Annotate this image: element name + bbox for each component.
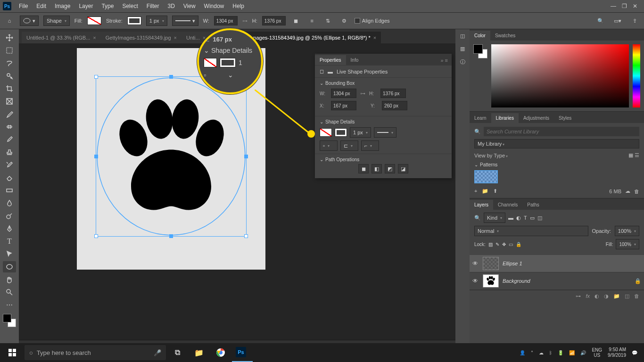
shape-fill-swatch[interactable] xyxy=(320,128,332,137)
patterns-section[interactable]: Patterns xyxy=(480,162,497,167)
group-icon[interactable]: 📁 xyxy=(613,293,620,299)
cloud-icon[interactable]: ☁ xyxy=(625,188,630,194)
language-indicator[interactable]: ENGUS xyxy=(592,347,602,358)
blur-tool[interactable] xyxy=(3,197,16,209)
bluetooth-icon[interactable]: ᛒ xyxy=(549,350,552,355)
document-tab[interactable]: Untitled-1 @ 33.3% (RGB...× xyxy=(22,32,101,43)
tab-adjustments[interactable]: Adjustments xyxy=(519,113,554,123)
menu-filter[interactable]: Filter xyxy=(143,1,163,11)
quick-select-tool[interactable] xyxy=(3,70,16,82)
crop-tool[interactable] xyxy=(3,83,16,94)
frame-tool[interactable] xyxy=(3,96,16,107)
stroke-width-input[interactable]: 1 px xyxy=(146,16,167,26)
menu-edit[interactable]: Edit xyxy=(33,1,50,11)
filter-type-icon[interactable]: T xyxy=(524,215,527,221)
path-combine-icon[interactable]: ◼ xyxy=(358,164,369,173)
path-operations-icon[interactable]: ◼ xyxy=(290,15,302,26)
hand-tool[interactable] xyxy=(3,274,16,285)
marquee-tool[interactable] xyxy=(3,45,16,56)
menu-type[interactable]: Type xyxy=(98,1,117,11)
menu-3d[interactable]: 3D xyxy=(164,1,178,11)
menu-select[interactable]: Select xyxy=(118,1,141,11)
tab-styles[interactable]: Styles xyxy=(554,113,576,123)
tray-up-icon[interactable]: ˄ xyxy=(531,350,533,355)
filter-smart-icon[interactable]: ◫ xyxy=(537,215,542,221)
share-icon[interactable]: ⇪ xyxy=(629,15,640,26)
path-arrangement-icon[interactable]: ⇅ xyxy=(322,15,334,26)
blend-mode-select[interactable]: Normal xyxy=(474,226,588,236)
lock-pos-icon[interactable]: ✥ xyxy=(502,242,506,247)
tab-swatches[interactable]: Swatches xyxy=(490,31,520,41)
ellipse-tool[interactable] xyxy=(3,261,16,272)
stroke-swatch[interactable] xyxy=(127,16,141,25)
panel-icon[interactable]: ⓘ xyxy=(460,58,465,66)
close-icon[interactable]: × xyxy=(174,35,177,41)
stamp-tool[interactable] xyxy=(3,147,16,158)
folder-icon[interactable]: 📁 xyxy=(482,188,488,194)
menu-window[interactable]: Window xyxy=(200,1,228,11)
onedrive-icon[interactable]: ☁ xyxy=(539,350,544,355)
taskbar-search[interactable]: ○Type here to search🎤 xyxy=(25,345,166,360)
close-icon[interactable]: × xyxy=(93,35,96,41)
height-input[interactable] xyxy=(262,16,286,25)
type-tool[interactable]: T xyxy=(3,236,16,247)
healing-tool[interactable] xyxy=(3,121,16,132)
notifications-icon[interactable]: 💬 xyxy=(632,350,637,355)
dodge-tool[interactable] xyxy=(3,210,16,222)
panel-icon[interactable]: ▥ xyxy=(460,46,465,52)
chrome-icon[interactable] xyxy=(210,343,231,362)
color-field[interactable] xyxy=(491,44,629,107)
bb-height-input[interactable] xyxy=(380,89,406,98)
tab-libraries[interactable]: Libraries xyxy=(491,113,519,123)
pattern-swatch[interactable] xyxy=(474,170,498,183)
layer-row[interactable]: 👁 Background 🔒 xyxy=(470,272,644,290)
grid-view-icon[interactable]: ▦ xyxy=(628,152,633,158)
stroke-style-select[interactable]: ▾ xyxy=(172,16,198,26)
gradient-tool[interactable] xyxy=(3,185,16,196)
tab-paths[interactable]: Paths xyxy=(522,200,544,210)
trash-icon[interactable]: 🗑 xyxy=(634,293,639,299)
visibility-icon[interactable]: 👁 xyxy=(472,260,479,267)
lock-paint-icon[interactable]: ✎ xyxy=(495,242,499,247)
layer-row[interactable]: 👁 Ellipse 1 xyxy=(470,255,644,272)
filter-pixel-icon[interactable]: ▬ xyxy=(508,215,513,221)
menu-file[interactable]: File xyxy=(15,1,32,11)
lock-all-icon[interactable]: 🔒 xyxy=(516,242,521,247)
upload-icon[interactable]: ⬆ xyxy=(493,188,497,194)
shape-bounding-box[interactable] xyxy=(96,76,247,237)
task-view-icon[interactable]: ⧉ xyxy=(167,343,188,362)
new-layer-icon[interactable]: ◫ xyxy=(625,293,629,299)
link-wh-icon[interactable]: ⊶ xyxy=(242,18,248,24)
window-minimize-icon[interactable]: — xyxy=(611,3,616,9)
hue-slider[interactable] xyxy=(633,44,640,107)
width-input[interactable] xyxy=(214,16,238,25)
library-search-input[interactable] xyxy=(484,127,639,136)
search-icon[interactable]: 🔍 xyxy=(595,15,606,26)
foreground-background-colors[interactable] xyxy=(3,314,16,327)
start-button[interactable] xyxy=(2,343,23,362)
path-select-tool[interactable] xyxy=(3,248,16,260)
path-operations-section[interactable]: Path Operations xyxy=(320,157,447,162)
window-restore-icon[interactable]: ❐ xyxy=(622,3,627,9)
align-edges-checkbox[interactable]: Align Edges xyxy=(355,18,390,24)
color-fg-bg[interactable] xyxy=(473,44,487,58)
bb-width-input[interactable] xyxy=(331,89,356,98)
path-intersect-icon[interactable]: ◩ xyxy=(385,164,395,173)
stroke-align[interactable]: ▫ xyxy=(320,140,338,151)
history-brush-tool[interactable] xyxy=(3,159,16,171)
fx-icon[interactable]: fx xyxy=(586,293,590,299)
lasso-tool[interactable] xyxy=(3,58,16,69)
move-tool[interactable] xyxy=(3,32,16,43)
workspace-icon[interactable]: ▭▾ xyxy=(612,15,623,26)
fill-swatch[interactable] xyxy=(87,16,101,25)
library-select[interactable]: My Library xyxy=(474,139,639,148)
layer-thumbnail[interactable] xyxy=(483,274,499,288)
stroke-caps[interactable]: ⊏ xyxy=(340,140,358,151)
tab-info[interactable]: Info xyxy=(346,55,363,65)
tab-properties[interactable]: Properties xyxy=(315,55,346,65)
volume-icon[interactable]: 🔊 xyxy=(580,350,586,355)
people-icon[interactable]: 👤 xyxy=(520,350,525,355)
tool-mode-select[interactable]: Shape xyxy=(43,16,70,26)
stroke-corners[interactable]: ⌐ xyxy=(361,140,379,151)
filter-shape-icon[interactable]: ▭ xyxy=(530,215,535,221)
